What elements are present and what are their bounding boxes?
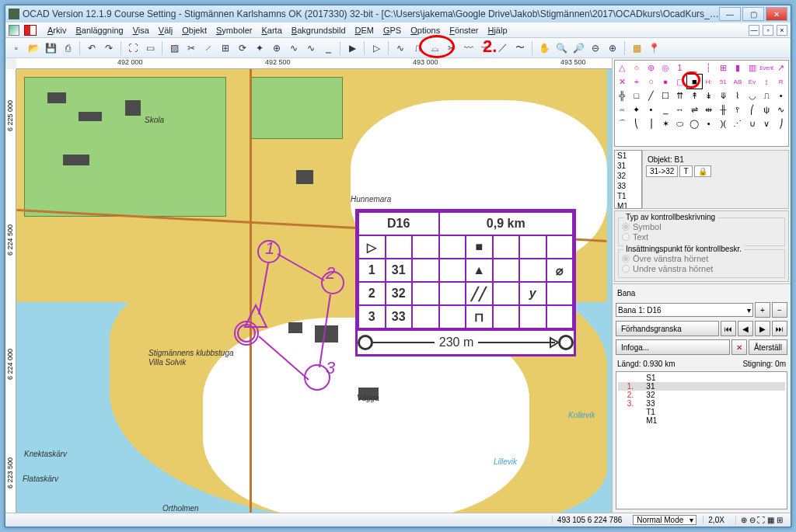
course-list-item[interactable]: T1 [618,408,785,416]
side-panel: △○⊚◎1⎯┆⊞▮▥Event↗ ✕+○●▢■H:51ABEv↕R ╬□╱☐⇈↟… [612,58,791,513]
menu-objekt[interactable]: Objekt [177,25,211,36]
tool-a-icon[interactable]: ⟋ [201,40,216,56]
zoom-in-icon[interactable]: 🔍 [553,40,569,56]
map-canvas[interactable]: Skola Hunnemara Stigmännens klubbstuga V… [16,69,612,513]
new-icon[interactable]: ▫ [9,40,24,56]
menu-options[interactable]: Options [406,25,445,36]
radio-text[interactable]: Text [622,232,781,242]
object-code-field[interactable]: 31->32 [646,165,678,177]
list-item[interactable]: S1 [615,151,641,161]
list-item[interactable]: 33 [615,181,641,191]
tool-g-icon[interactable]: ⎯ [320,40,336,56]
fullextent-icon[interactable]: ⛶ [125,40,141,56]
tool-f-icon[interactable]: ∿ [303,40,319,56]
radio-upper-left[interactable]: Övre vänstra hörnet [622,254,781,263]
menu-symboler[interactable]: Symboler [211,25,257,36]
minimize-button[interactable]: — [719,7,741,21]
curve5-icon[interactable]: 〰 [478,40,494,56]
tool-c-icon[interactable]: ✦ [252,40,267,56]
control-description-card[interactable]: D16 0,9 km ▷ ■ 1 31 ▲ [355,209,576,356]
course-controls-list[interactable]: S11. 312. 323. 33 T1 M1 [616,371,787,509]
tool-b-icon[interactable]: ⊞ [218,40,233,56]
menu-fönster[interactable]: Fönster [445,25,483,36]
list-item[interactable]: 32 [615,171,641,181]
list-item[interactable]: M1 [615,201,641,209]
course-select[interactable]: Bana 1: D16▾ [616,303,753,317]
course-list-item[interactable]: 2. 32 [618,391,785,399]
pan-icon[interactable]: ✋ [536,40,552,56]
row-code: 33 [386,305,413,329]
menu-visa[interactable]: Visa [128,25,154,36]
curve1-icon[interactable]: ∿ [393,40,408,56]
map-label: Skola [145,116,164,124]
redo-icon[interactable]: ↷ [101,40,117,56]
object-list[interactable]: S1313233T1M1B1 [614,150,642,209]
mode-select[interactable]: Normal Mode [633,515,696,525]
pointer-icon[interactable]: ▷ [368,40,384,56]
screen-icon[interactable]: ▭ [142,40,158,56]
menu-gps[interactable]: GPS [379,25,406,36]
menu-arkiv[interactable]: Arkiv [43,25,71,36]
mdi-minimize-button[interactable]: — [749,25,759,36]
delete-button[interactable]: ✕ [731,339,747,355]
next-button[interactable]: ▶ [755,321,770,336]
line-icon[interactable]: ／ [495,40,511,56]
curve3-icon[interactable]: ⌓ [427,40,442,56]
insert-button[interactable]: Infoga... [616,339,730,355]
zoom-prev-icon[interactable]: ⊖ [588,40,603,56]
scissors-icon[interactable]: ✂ [444,40,459,56]
freehand-icon[interactable]: 〜 [512,40,528,56]
app-icon [9,9,19,19]
grid-icon[interactable]: ▦ [629,40,644,56]
undo-icon[interactable]: ↶ [84,40,100,56]
radio-symbol[interactable]: Symbol [622,222,781,231]
map-label: Hunnemara [351,195,391,203]
object-lock-button[interactable]: 🔒 [694,165,711,177]
menu-banläggning[interactable]: Banläggning [71,25,127,36]
prev-button[interactable]: ◀ [738,321,753,336]
statusbar: 493 105 6 224 786 Normal Mode 2,0X ⊕ ⊖ ⛶… [5,513,791,527]
cut-icon[interactable]: ✂ [183,40,199,56]
tool-d-icon[interactable]: ⊕ [269,40,285,56]
menu-välj[interactable]: Välj [154,25,177,36]
symbol-palette[interactable]: △○⊚◎1⎯┆⊞▮▥Event↗ ✕+○●▢■H:51ABEv↕R ╬□╱☐⇈↟… [614,60,789,147]
mdi-restore-button[interactable]: ▫ [763,25,773,36]
preview-button[interactable]: Förhandsgranska [616,321,719,336]
course-list-item[interactable]: M1 [618,416,785,425]
curve2-icon[interactable]: ⎍ [410,40,425,56]
pin-icon[interactable]: 📍 [646,40,662,56]
reset-button[interactable]: Återställ [749,339,787,355]
menu-hjälp[interactable]: Hjälp [483,25,511,36]
hatch-icon[interactable]: ▨ [166,40,182,56]
remove-course-button[interactable]: − [772,302,787,318]
card-course: D16 [358,212,439,235]
menu-karta[interactable]: Karta [257,25,286,36]
row-sym: ╱╱ [466,282,493,305]
curve4-icon[interactable]: 〰 [461,40,477,56]
last-button[interactable]: ⏭ [772,321,787,336]
course-list-item[interactable]: S1 [618,374,785,382]
menu-bakgrundsbild[interactable]: Bakgrundsbild [287,25,351,36]
print-icon[interactable]: ⎙ [60,40,75,56]
save-icon[interactable]: 💾 [43,40,58,56]
zoom-next-icon[interactable]: ⊕ [605,40,620,56]
course-list-item[interactable]: 3. 33 [618,399,785,408]
menu-dem[interactable]: DEM [351,25,379,36]
object-properties-panel: Objekt: B1 31->32 T 🔒 [642,150,789,209]
zoom-out-icon[interactable]: 🔎 [571,40,586,56]
mdi-close-button[interactable]: × [777,25,787,36]
rotate-icon[interactable]: ⟳ [235,40,250,56]
list-item[interactable]: T1 [615,191,641,201]
add-course-button[interactable]: + [755,302,770,318]
list-item[interactable]: 31 [615,161,641,171]
course-list-item[interactable]: 1. 31 [618,382,785,391]
maximize-button[interactable]: ▢ [742,7,764,21]
map-label: Knektaskärv [24,450,67,458]
radio-lower-left[interactable]: Undre vänstra hörnet [622,264,781,273]
tool-e-icon[interactable]: ∿ [286,40,302,56]
first-button[interactable]: ⏮ [721,321,736,336]
object-t-button[interactable]: T [679,165,692,177]
open-icon[interactable]: 📂 [26,40,41,56]
close-button[interactable]: ✕ [766,7,787,21]
play-icon[interactable]: ▶ [344,40,360,56]
